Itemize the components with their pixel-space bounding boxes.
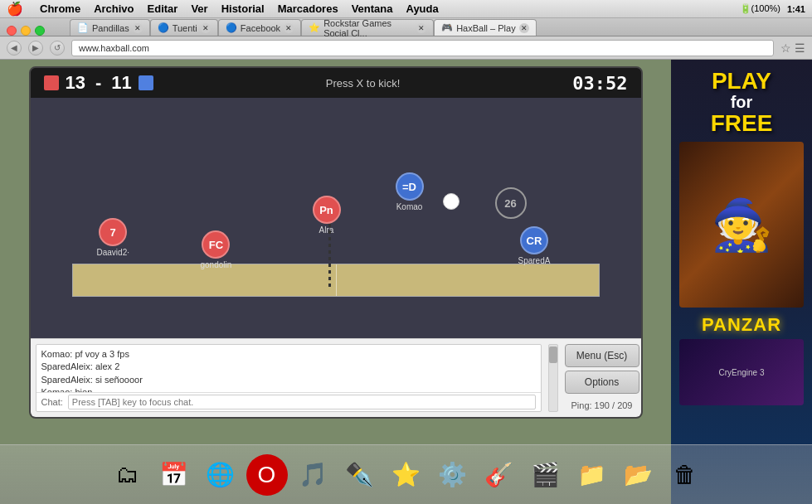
tab-close-facebook[interactable]: ✕ (284, 23, 294, 33)
tab-rockstar[interactable]: ⭐ Rockstar Games Social Cl... ✕ (301, 19, 434, 36)
tab-favicon: 🎮 (441, 22, 453, 33)
menu-button[interactable]: Menu (Esc) (565, 344, 639, 367)
tab-close-haxball[interactable]: ✕ (519, 23, 529, 33)
ad-game-art: 🧙 (679, 142, 804, 308)
ping-display: Ping: 190 / 209 (565, 400, 639, 410)
player-circle-alra: Pn (313, 196, 341, 224)
main-content: 13 - 11 Press X to kick! 03:52 7 Daavid2… (0, 60, 812, 504)
url-text: www.haxball.com (79, 43, 149, 53)
reload-button[interactable]: ↺ (50, 41, 65, 56)
historial-menu[interactable]: Historial (221, 2, 265, 15)
ad-character-icon: 🧙 (711, 196, 773, 254)
dock-opera[interactable]: O (246, 454, 288, 496)
dock-finder[interactable]: 🗂 (107, 454, 148, 496)
chat-messages: Komao: pf voy a 3 fps SparedAleix: alex … (36, 345, 541, 392)
player-sparedA: CR SparedA (518, 226, 551, 265)
ad-bottom-banner: CryEngine 3 (679, 339, 804, 405)
back-button[interactable]: ◀ (7, 41, 22, 56)
options-button[interactable]: Options (565, 371, 639, 394)
ad-title-line2: for (731, 93, 753, 112)
tab-bar: 📄 Pandillas ✕ 🔵 Tuenti ✕ 🔵 Facebook ✕ ⭐ … (0, 18, 812, 36)
tab-label: Pandillas (92, 23, 129, 33)
chat-scroll-thumb[interactable] (549, 346, 557, 363)
dock-trash[interactable]: 🗑 (664, 454, 706, 496)
forward-button[interactable]: ▶ (28, 41, 43, 56)
ventana-menu[interactable]: Ventana (352, 2, 393, 15)
chat-input[interactable] (68, 395, 536, 410)
tab-close-pandillas[interactable]: ✕ (133, 23, 143, 33)
player-name-komao: Komao (396, 202, 423, 211)
maximize-window-button[interactable] (35, 26, 45, 36)
chrome-menu[interactable]: Chrome (40, 2, 80, 15)
chrome-menu-button[interactable]: ☰ (795, 41, 805, 55)
dock-video[interactable]: 🎬 (525, 454, 566, 496)
chat-label: Chat: (41, 397, 63, 407)
dock-calendar[interactable]: 📅 (153, 454, 195, 496)
dock-settings[interactable]: ⚙️ (432, 454, 474, 496)
ad-sidebar[interactable]: PLAY for FREE 🧙 PANZAR CryEngine 3 (671, 60, 812, 504)
ad-title-line1: PLAY (712, 70, 771, 93)
blue-team-indicator (139, 75, 153, 90)
player-komao: =D Komao (396, 172, 424, 211)
tab-haxball[interactable]: 🎮 HaxBall – Play ✕ (434, 19, 537, 36)
field-ground (72, 264, 600, 297)
editar-menu[interactable]: Editar (148, 2, 178, 15)
player-circle-sparedA: CR (520, 226, 548, 254)
tab-favicon: 🔵 (158, 22, 169, 33)
tab-pandillas[interactable]: 📄 Pandillas ✕ (70, 19, 150, 36)
dock-folder2[interactable]: 📂 (618, 454, 659, 496)
game-wrapper: 13 - 11 Press X to kick! 03:52 7 Daavid2… (0, 60, 671, 504)
dock: 🗂 📅 🌐 O 🎵 ✒️ ⭐ ⚙️ 🎸 🎬 📁 📂 🗑 (0, 444, 812, 504)
red-score: 13 (66, 72, 85, 94)
player-name-gondolin: gondolin (201, 260, 232, 269)
tab-close-rockstar[interactable]: ✕ (416, 23, 426, 33)
menubar-battery: 🔋(100%) (740, 3, 780, 14)
chat-scrollbar[interactable] (548, 344, 558, 412)
addressbar-right: ☆ ☰ (780, 41, 805, 55)
url-bar[interactable]: www.haxball.com (71, 40, 774, 56)
chat-input-area: Chat: (36, 392, 541, 411)
tab-favicon: 📄 (77, 22, 89, 33)
apple-menu[interactable]: 🍎 (7, 1, 23, 17)
tab-favicon: 🔵 (226, 22, 237, 33)
blue-score: 11 (111, 72, 131, 94)
dock-music[interactable]: 🎵 (293, 454, 334, 496)
bookmark-star-button[interactable]: ☆ (780, 41, 791, 55)
player-name-alra: Alra (319, 225, 334, 235)
close-window-button[interactable] (7, 26, 17, 36)
ad-game-name: PANZAR (702, 314, 781, 336)
player-alra: Pn Alra (313, 196, 341, 235)
tab-facebook[interactable]: 🔵 Facebook ✕ (218, 19, 301, 36)
minimize-window-button[interactable] (21, 26, 31, 36)
ad-content: PLAY for FREE 🧙 PANZAR CryEngine 3 (671, 60, 812, 504)
dock-chrome[interactable]: 🌐 (200, 454, 241, 496)
ad-engine-text: CryEngine 3 (718, 368, 764, 377)
chat-message: SparedAleix: alex 2 (41, 361, 536, 373)
player-daavid2: 7 Daavid2· (97, 218, 129, 257)
tab-label: HaxBall – Play (456, 23, 516, 33)
tab-close-tuenti[interactable]: ✕ (201, 23, 211, 33)
ayuda-menu[interactable]: Ayuda (406, 2, 438, 15)
traffic-lights (7, 26, 45, 36)
ball (443, 193, 459, 210)
tab-tuenti[interactable]: 🔵 Tuenti ✕ (150, 19, 218, 36)
archivo-menu[interactable]: Archivo (94, 2, 134, 15)
ver-menu[interactable]: Ver (191, 2, 207, 15)
dock-pen[interactable]: ✒️ (339, 454, 381, 496)
score-separator: - (95, 72, 101, 94)
marcadores-menu[interactable]: Marcadores (278, 2, 338, 15)
player-name-daavid2: Daavid2· (97, 248, 129, 257)
dock-star[interactable]: ⭐ (386, 454, 427, 496)
player-gondolin: FC gondolin (201, 230, 232, 269)
menubar-time: 1:41 (787, 4, 805, 14)
player-circle-daavid2: 7 (99, 218, 127, 246)
red-team-indicator (44, 75, 59, 90)
score-bar: 13 - 11 Press X to kick! 03:52 (31, 68, 641, 98)
ad-title-line3: FREE (711, 112, 773, 135)
player-26: 26 (495, 187, 527, 220)
ui-area: Komao: pf voy a 3 fps SparedAleix: alex … (31, 338, 643, 417)
dock-folder1[interactable]: 📁 (571, 454, 613, 496)
dock-guitar[interactable]: 🎸 (479, 454, 520, 496)
net-pole (328, 224, 331, 290)
player-circle-26: 26 (495, 187, 527, 219)
